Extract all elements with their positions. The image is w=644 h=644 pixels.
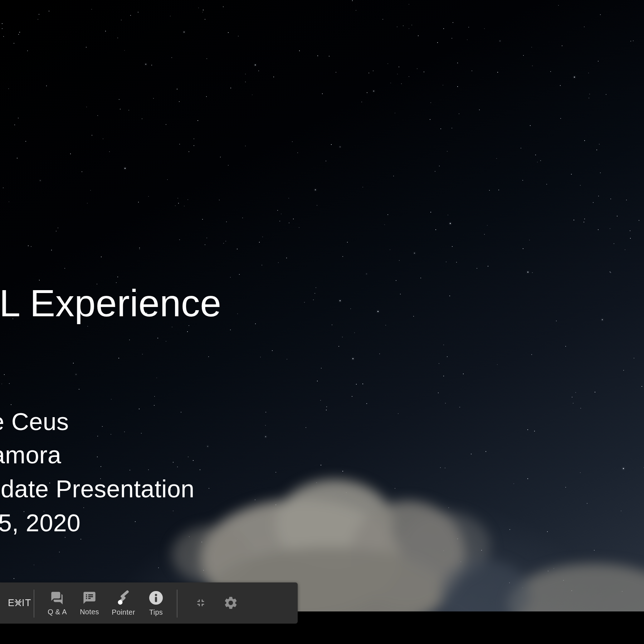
caret-down-icon [14, 601, 22, 605]
fullscreen-exit-icon [195, 597, 206, 610]
pointer-button[interactable]: Pointer [110, 582, 137, 624]
qa-button[interactable]: Q & A [44, 582, 71, 624]
toolbar-divider [177, 590, 177, 618]
tips-button[interactable]: Tips [142, 582, 170, 624]
notes-button-label: Notes [80, 608, 99, 615]
toolbar-divider [34, 590, 34, 618]
notes-button[interactable]: Notes [76, 582, 103, 624]
speaker-notes-icon [82, 591, 97, 606]
tips-button-label: Tips [149, 609, 163, 616]
question-answer-icon [50, 591, 64, 606]
exit-fullscreen-button[interactable] [190, 596, 211, 611]
slide-subtitle-line: date Presentation [1, 477, 195, 501]
slide-menu-dropdown[interactable] [10, 596, 26, 610]
slide-subtitle-line: e Ceus [0, 409, 69, 434]
pointer-button-label: Pointer [112, 609, 135, 616]
cloud-blob [172, 526, 250, 583]
slide-title: L Experience [0, 284, 221, 322]
slide-surface[interactable]: L Experience e Ceus amora date Presentat… [0, 0, 644, 611]
settings-button[interactable] [222, 595, 240, 613]
laser-pointer-icon [117, 590, 130, 607]
presentation-screen: { "slide": { "title": "L Experience", "l… [0, 0, 644, 644]
slide-subtitle-line: amora [0, 443, 61, 467]
qa-button-label: Q & A [48, 608, 67, 615]
gear-icon [223, 595, 238, 612]
presenter-toolbar: Q & A Notes Pointer Tips [0, 582, 298, 624]
slide-subtitle-line: 5, 2020 [0, 511, 80, 535]
info-icon [148, 590, 164, 607]
